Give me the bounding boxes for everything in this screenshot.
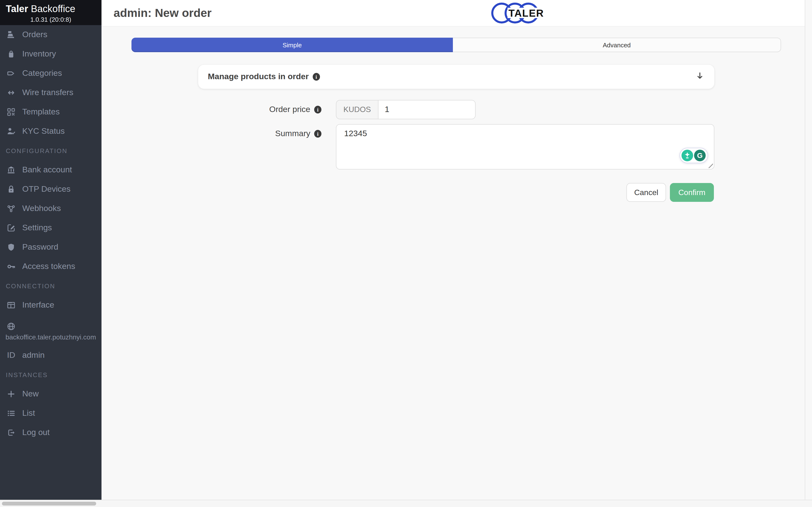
sidebar-header: Taler Backoffice 1.0.31 (20:0:8)	[0, 0, 101, 25]
info-icon[interactable]: i	[313, 73, 320, 80]
tab-advanced[interactable]: Advanced	[453, 38, 781, 52]
webhook-nodes-icon	[0, 204, 22, 213]
sidebar-item-orders[interactable]: Orders	[0, 25, 101, 44]
sidebar-item-label: KYC Status	[22, 126, 65, 136]
order-price-input[interactable]	[378, 100, 475, 119]
confirm-button[interactable]: Confirm	[670, 183, 714, 202]
top-bar: admin: New order TALER	[101, 0, 805, 26]
app-title-rest: Backoffice	[28, 3, 75, 14]
horizontal-scrollbar-thumb[interactable]	[2, 502, 96, 506]
cash-register-icon	[0, 30, 22, 40]
sidebar-item-list-instances[interactable]: List	[0, 404, 101, 423]
edit-icon	[0, 223, 22, 233]
summary-label: Summary	[275, 129, 310, 138]
app-version: 1.0.31 (20:0:8)	[0, 16, 101, 23]
currency-addon: KUDOS	[336, 100, 378, 119]
sidebar-item-new-instance[interactable]: New	[0, 384, 101, 404]
summary-field-wrap: 12345 G	[336, 124, 714, 169]
taler-logo-text: TALER	[508, 7, 544, 19]
sidebar-nav: Orders Inventory Categories Wire transfe…	[0, 25, 101, 442]
sidebar-item-kyc-status[interactable]: KYC Status	[0, 122, 101, 141]
sidebar-item-otp-devices[interactable]: OTP Devices	[0, 180, 101, 199]
page-title: admin: New order	[114, 0, 211, 26]
sidebar-item-label: Templates	[22, 107, 60, 117]
sidebar-item-label: Categories	[22, 68, 62, 78]
globe-icon	[0, 322, 22, 331]
user-check-icon	[0, 126, 22, 136]
app-title: Taler Backoffice	[0, 3, 101, 14]
sidebar-item-label: Access tokens	[22, 262, 75, 271]
sidebar: Taler Backoffice 1.0.31 (20:0:8) Orders …	[0, 0, 101, 500]
sidebar-section-configuration: CONFIGURATION	[0, 141, 101, 160]
sidebar-item-label: New	[22, 389, 39, 399]
grammarly-suggestion-icon[interactable]	[681, 150, 693, 161]
globe-icon-row	[0, 315, 101, 331]
app-title-brand: Taler	[6, 3, 28, 14]
main-content: admin: New order TALER Simple Advanced M…	[101, 0, 805, 500]
sidebar-item-label: Orders	[22, 30, 47, 40]
sidebar-section-connection: CONNECTION	[0, 276, 101, 295]
id-prefix-label: ID	[0, 350, 22, 360]
logout-icon	[0, 428, 22, 438]
table-icon	[0, 300, 22, 310]
sidebar-item-bank-account[interactable]: Bank account	[0, 160, 101, 180]
chevron-down-icon[interactable]	[695, 71, 705, 82]
sidebar-item-label: Interface	[22, 300, 54, 310]
sidebar-item-templates[interactable]: Templates	[0, 102, 101, 122]
sidebar-item-instance-id[interactable]: ID admin	[0, 346, 101, 365]
instance-id-value: admin	[22, 350, 45, 360]
grammarly-logo-icon[interactable]: G	[694, 150, 706, 161]
sidebar-item-label: Bank account	[22, 165, 72, 175]
sidebar-item-settings[interactable]: Settings	[0, 218, 101, 237]
shield-icon	[0, 242, 22, 252]
shopping-bag-icon	[0, 49, 22, 59]
order-price-group: KUDOS	[336, 100, 475, 119]
lock-icon	[0, 184, 22, 194]
summary-label-row: Summary i	[101, 124, 321, 144]
list-icon	[0, 408, 22, 418]
sidebar-item-label: OTP Devices	[22, 184, 70, 194]
key-icon	[0, 262, 22, 271]
tag-icon	[0, 68, 22, 78]
sidebar-item-log-out[interactable]: Log out	[0, 423, 101, 442]
info-icon[interactable]: i	[314, 106, 321, 113]
backend-url-label: backoffice.taler.potuzhnyi.com	[0, 333, 101, 341]
sidebar-item-webhooks[interactable]: Webhooks	[0, 199, 101, 218]
sidebar-section-instances: INSTANCES	[0, 365, 101, 384]
sidebar-item-access-tokens[interactable]: Access tokens	[0, 257, 101, 276]
sidebar-item-wire-transfers[interactable]: Wire transfers	[0, 83, 101, 102]
sidebar-item-inventory[interactable]: Inventory	[0, 44, 101, 64]
sidebar-item-interface[interactable]: Interface	[0, 295, 101, 315]
horizontal-scrollbar-track[interactable]	[0, 500, 812, 507]
sidebar-item-label: Log out	[22, 428, 50, 438]
sidebar-item-password[interactable]: Password	[0, 237, 101, 257]
sidebar-item-label: Settings	[22, 223, 52, 233]
sidebar-item-label: Inventory	[22, 49, 56, 59]
accordion-label: Manage products in order	[198, 72, 309, 81]
sidebar-item-label: Webhooks	[22, 204, 61, 213]
app: Taler Backoffice 1.0.31 (20:0:8) Orders …	[0, 0, 812, 507]
sidebar-item-label: List	[22, 408, 35, 418]
order-price-label-row: Order price i	[101, 100, 321, 119]
vertical-scrollbar-track[interactable]	[805, 0, 812, 507]
cancel-button[interactable]: Cancel	[626, 183, 666, 202]
grammarly-widget: G	[679, 148, 708, 163]
tab-simple[interactable]: Simple	[132, 38, 453, 52]
manage-products-accordion[interactable]: Manage products in order i	[198, 65, 714, 89]
sidebar-item-backend-url[interactable]: backoffice.taler.potuzhnyi.com	[0, 315, 101, 346]
form-mode-tabs: Simple Advanced	[132, 38, 781, 52]
sidebar-item-label: Wire transfers	[22, 88, 73, 98]
bank-icon	[0, 165, 22, 175]
sidebar-item-categories[interactable]: Categories	[0, 64, 101, 83]
left-right-arrow-icon	[0, 88, 22, 98]
plus-icon	[0, 389, 22, 399]
taler-logo: TALER	[491, 2, 554, 25]
sidebar-item-label: Password	[22, 242, 58, 252]
summary-textarea[interactable]: 12345	[336, 124, 714, 169]
order-price-label: Order price	[269, 105, 310, 114]
qr-code-icon	[0, 107, 22, 117]
info-icon[interactable]: i	[314, 130, 321, 137]
